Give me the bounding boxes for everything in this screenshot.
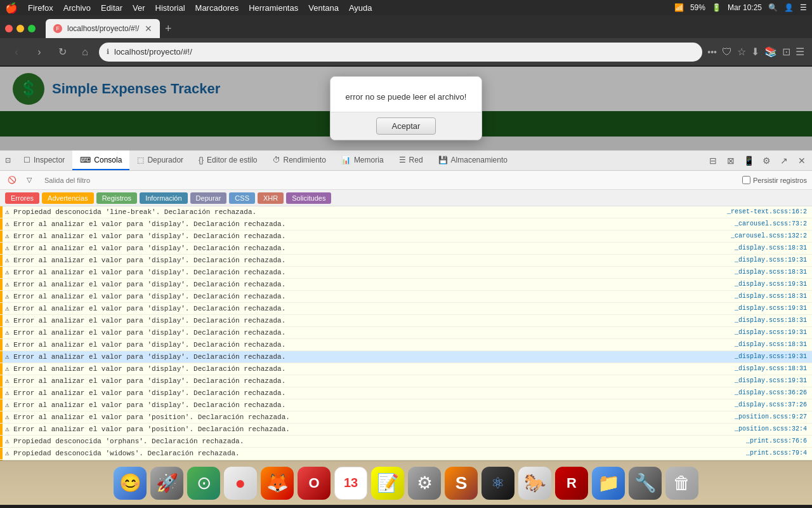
console-row[interactable]: ⚠ Error al analizar el valor para 'displ…	[0, 339, 812, 351]
tab-rendimiento[interactable]: ⏱ Rendimiento	[265, 150, 334, 170]
devtools-settings[interactable]: ⚙	[759, 153, 774, 168]
calendar-icon[interactable]: 13	[334, 467, 367, 500]
console-row[interactable]: ⚠ Propiedad desconocida 'size'. Declarac…	[0, 460, 812, 460]
console-row-source[interactable]: _display.scss:36:26	[730, 387, 812, 399]
console-row-source[interactable]: _display.scss:18:31	[730, 363, 812, 375]
menubar-ver[interactable]: Ver	[133, 3, 145, 13]
browser-tab[interactable]: F localhost/proyecto/#!/ ✕	[46, 19, 160, 38]
devtools-close[interactable]: ✕	[794, 153, 809, 168]
console-row-source[interactable]: _display.scss:37:26	[730, 399, 812, 411]
download-icon[interactable]: ⬇	[751, 46, 759, 58]
devtools-undock[interactable]: ↗	[776, 153, 792, 168]
tab-consola[interactable]: ⌨ Consola	[72, 150, 129, 170]
console-row-source[interactable]: _position.scss:32:4	[730, 424, 812, 435]
fullscreen-button[interactable]	[28, 25, 36, 32]
filter-depurar[interactable]: Depurar	[190, 192, 227, 204]
console-row-source[interactable]: _carousel.scss:132:2	[726, 231, 812, 242]
console-row[interactable]: ⚠ Error al analizar el valor para 'displ…	[0, 327, 812, 339]
console-row-source[interactable]: _display.scss:19:31	[730, 279, 812, 290]
menubar-editar[interactable]: Editar	[101, 3, 122, 13]
console-row-source[interactable]: _print.scss:92:4	[741, 460, 812, 460]
console-row[interactable]: ⚠ Error al analizar el valor para 'displ…	[0, 399, 812, 411]
bookmark-icon[interactable]: ☆	[737, 46, 746, 58]
console-row[interactable]: ⚠ Propiedad desconocida 'line-break'. De…	[0, 206, 812, 218]
opera-icon[interactable]: O	[298, 467, 331, 500]
menubar-marcadores[interactable]: Marcadores	[195, 3, 239, 13]
apple-menu[interactable]: 🍎	[5, 2, 18, 14]
console-row-source[interactable]: _display.scss:19:31	[730, 327, 812, 338]
tab-inspector[interactable]: ☐ Inspector	[16, 150, 72, 170]
new-tab-button[interactable]: +	[165, 22, 172, 36]
trash-icon[interactable]: 🗑	[665, 467, 698, 500]
menubar-ayuda[interactable]: Ayuda	[349, 3, 372, 13]
persist-registros[interactable]: Persistir registros	[742, 176, 807, 184]
console-row[interactable]: ⚠ Error al analizar el valor para 'posit…	[0, 411, 812, 424]
console-row[interactable]: ⚠ Error al analizar el valor para 'displ…	[0, 387, 812, 399]
devtools-element-picker[interactable]: ⊡	[3, 150, 13, 170]
console-row-source[interactable]: _display.scss:18:31	[730, 243, 812, 254]
filter-errores[interactable]: Errores	[5, 192, 39, 204]
console-row[interactable]: ⚠ Error al analizar el valor para 'displ…	[0, 279, 812, 291]
rar-icon[interactable]: R	[555, 467, 588, 500]
chrome-icon[interactable]: ●	[224, 467, 257, 500]
console-row-source[interactable]: _position.scss:9:27	[730, 411, 812, 423]
search-icon[interactable]: 🔍	[768, 3, 778, 12]
close-button[interactable]	[5, 25, 13, 32]
home-button[interactable]: ⌂	[76, 43, 94, 61]
console-row-source[interactable]: _display.scss:19:31	[730, 351, 812, 363]
menubar-ventana[interactable]: Ventana	[308, 3, 339, 13]
devtools-split-v[interactable]: ⊟	[705, 153, 721, 168]
console-row[interactable]: ⚠ Error al analizar el valor para 'displ…	[0, 351, 812, 363]
filter-registros[interactable]: Registros	[96, 192, 137, 204]
console-row[interactable]: ⚠ Error al analizar el valor para 'displ…	[0, 231, 812, 243]
console-row[interactable]: ⚠ Error al analizar el valor para 'posit…	[0, 424, 812, 436]
notes-icon[interactable]: 📝	[371, 467, 404, 500]
minimize-button[interactable]	[16, 25, 24, 32]
menubar-historial[interactable]: Historial	[155, 3, 185, 13]
launchpad-icon[interactable]: 🚀	[150, 467, 183, 500]
tab-red[interactable]: ☰ Red	[391, 150, 431, 170]
devtools-split-h[interactable]: ⊠	[723, 153, 738, 168]
finder-icon[interactable]: 😊	[114, 467, 147, 500]
console-row[interactable]: ⚠ Error al analizar el valor para 'displ…	[0, 255, 812, 267]
clear-console-button[interactable]: 🚫	[5, 175, 19, 185]
filter-css[interactable]: CSS	[229, 192, 255, 204]
settings-icon[interactable]: ⚙	[408, 467, 441, 500]
console-row[interactable]: ⚠ Error al analizar el valor para 'displ…	[0, 267, 812, 279]
back-button[interactable]: ‹	[8, 43, 25, 61]
console-row[interactable]: ⚠ Error al analizar el valor para 'displ…	[0, 218, 812, 231]
console-row[interactable]: ⚠ Propiedad desconocida 'orphans'. Decla…	[0, 436, 812, 448]
console-row-source[interactable]: _display.scss:19:31	[730, 303, 812, 314]
address-bar[interactable]: ℹ localhost/proyecto/#!/	[99, 43, 702, 62]
menu-icon[interactable]: ☰	[800, 3, 807, 12]
menu-button[interactable]: ☰	[796, 46, 804, 58]
console-row-source[interactable]: _carousel.scss:73:2	[730, 218, 812, 230]
devtools-responsive[interactable]: 📱	[741, 153, 756, 168]
filter-advertencias[interactable]: Advertencias	[42, 192, 94, 204]
sequel-icon[interactable]: 🐎	[518, 467, 551, 500]
console-row-source[interactable]: _display.scss:18:31	[730, 339, 812, 351]
console-row[interactable]: ⚠ Error al analizar el valor para 'displ…	[0, 303, 812, 315]
tab-depurador[interactable]: ⬚ Depurador	[129, 150, 191, 170]
menubar-herramientas[interactable]: Herramientas	[249, 3, 298, 13]
console-row-source[interactable]: _print.scss:76:6	[741, 436, 812, 447]
more-button[interactable]: •••	[707, 47, 717, 57]
console-row[interactable]: ⚠ Propiedad desconocida 'widows'. Declar…	[0, 448, 812, 460]
forward-button[interactable]: ›	[30, 43, 48, 61]
tab-editor-estilo[interactable]: {} Editor de estilo	[191, 150, 265, 170]
menubar-firefox[interactable]: Firefox	[28, 3, 53, 13]
console-row-source[interactable]: _reset-text.scss:16:2	[722, 206, 812, 218]
console-row[interactable]: ⚠ Error al analizar el valor para 'displ…	[0, 375, 812, 387]
tab-memoria[interactable]: 📊 Memoria	[334, 150, 391, 170]
console-row[interactable]: ⚠ Error al analizar el valor para 'displ…	[0, 243, 812, 255]
sidebar-toggle[interactable]: ⊡	[782, 46, 790, 58]
tab-close-button[interactable]: ✕	[145, 23, 152, 34]
tools-icon[interactable]: 🔧	[629, 467, 662, 500]
console-row-source[interactable]: _display.scss:18:31	[730, 315, 812, 326]
filter-input[interactable]	[39, 174, 737, 187]
filter-xhr[interactable]: XHR	[258, 192, 284, 204]
console-row-source[interactable]: _display.scss:18:31	[730, 291, 812, 302]
safari-icon[interactable]: ⊙	[187, 467, 220, 500]
modal-accept-button[interactable]: Aceptar	[376, 117, 436, 135]
library-icon[interactable]: 📚	[764, 46, 777, 58]
